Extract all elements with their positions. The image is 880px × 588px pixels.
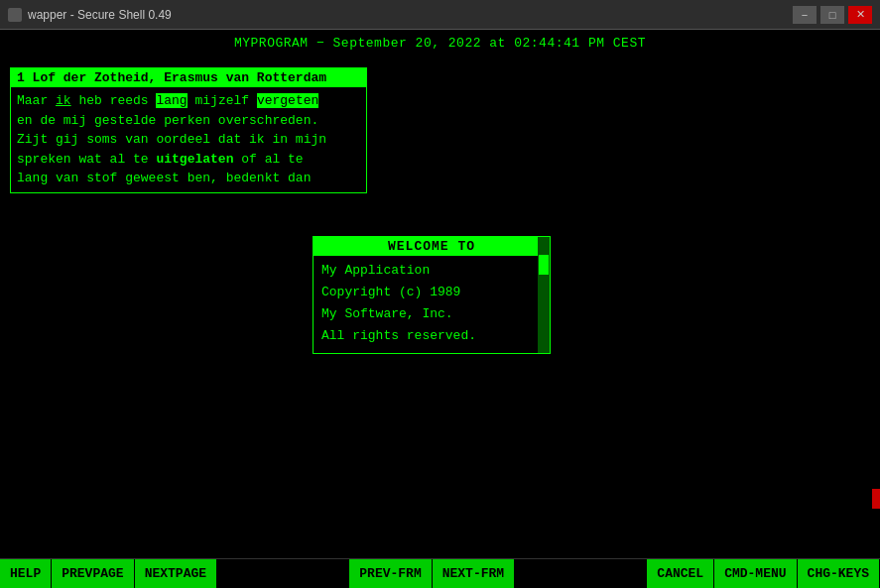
nextpage-button[interactable]: NEXTPAGE [135, 559, 217, 588]
toolbar-spacer-2 [515, 559, 647, 588]
text-line-3: Zijt gij soms van oordeel dat ik in mijn [17, 130, 360, 150]
terminal-icon [8, 8, 22, 22]
highlight-vergeten: vergeten [257, 93, 318, 108]
text-panel: 1 Lof der Zotheid, Erasmus van Rotterdam… [10, 67, 367, 193]
welcome-title: WELCOME TO [314, 237, 550, 256]
welcome-line3: My Software, Inc. [321, 303, 542, 325]
welcome-dialog: WELCOME TO My Application Copyright (c) … [313, 236, 551, 354]
welcome-scrollbar[interactable] [538, 237, 550, 353]
cmd-menu-button[interactable]: CMD-MENU [714, 559, 797, 588]
text-panel-body: Maar ik heb reeds lang mijzelf vergeten … [11, 87, 366, 192]
next-frm-button[interactable]: NEXT-FRM [433, 559, 515, 588]
terminal-area: MYPROGRAM − September 20, 2022 at 02:44:… [0, 30, 880, 558]
welcome-scroll-thumb [539, 255, 549, 275]
text-line-5: lang van stof geweest ben, bedenkt dan [17, 169, 360, 188]
welcome-line1: My Application [321, 260, 542, 282]
title-bar: wapper - Secure Shell 0.49 − □ ✕ [0, 0, 880, 30]
bottom-toolbar: HELP PREVPAGE NEXTPAGE PREV-FRM NEXT-FRM… [0, 558, 880, 588]
prev-frm-button[interactable]: PREV-FRM [349, 559, 432, 588]
title-bar-left: wapper - Secure Shell 0.49 [8, 8, 172, 22]
welcome-line2: Copyright (c) 1989 [321, 282, 542, 303]
bold-uitgelaten: uitgelaten [156, 152, 233, 167]
text-line-4: spreken wat al te uitgelaten of al te [17, 150, 360, 170]
underline-ik: ik [56, 93, 71, 108]
text-line-1: Maar ik heb reeds lang mijzelf vergeten [17, 91, 360, 111]
red-indicator [872, 489, 880, 509]
maximize-button[interactable]: □ [820, 6, 844, 24]
toolbar-spacer [217, 559, 349, 588]
window-controls[interactable]: − □ ✕ [793, 6, 872, 24]
highlight-lang: lang [156, 93, 187, 108]
welcome-body: My Application Copyright (c) 1989 My Sof… [314, 256, 550, 353]
prevpage-button[interactable]: PREVPAGE [52, 559, 134, 588]
help-button[interactable]: HELP [0, 559, 52, 588]
text-line-2: en de mij gestelde perken overschreden. [17, 111, 360, 131]
terminal-header: MYPROGRAM − September 20, 2022 at 02:44:… [0, 30, 880, 55]
text-panel-title: 1 Lof der Zotheid, Erasmus van Rotterdam [11, 68, 366, 87]
window-title: wapper - Secure Shell 0.49 [28, 8, 172, 22]
minimize-button[interactable]: − [793, 6, 817, 24]
cancel-button[interactable]: CANCEL [647, 559, 714, 588]
close-button[interactable]: ✕ [848, 6, 872, 24]
chg-keys-button[interactable]: CHG-KEYS [798, 559, 880, 588]
welcome-line4: All rights reserved. [321, 325, 542, 347]
